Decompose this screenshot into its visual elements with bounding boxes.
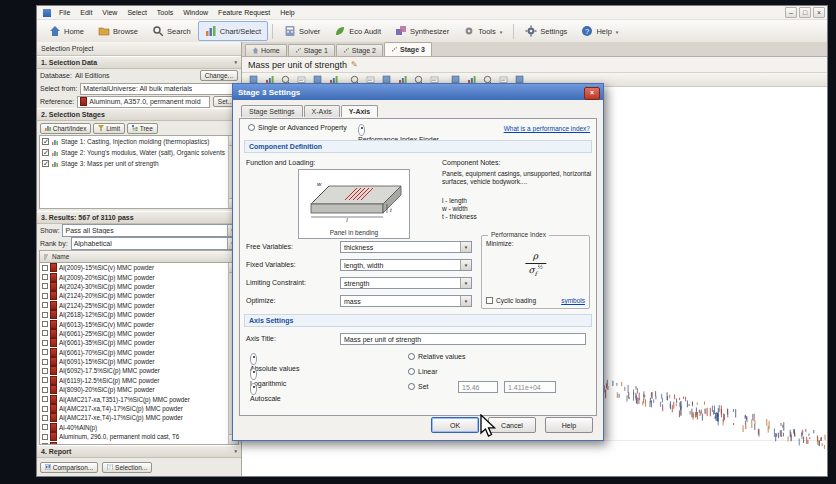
chevron-down-icon[interactable]: ▼: [460, 242, 471, 252]
material-checkbox[interactable]: [42, 283, 48, 289]
material-checkbox[interactable]: [42, 265, 48, 271]
tab-stage-2[interactable]: Stage 2: [336, 44, 383, 56]
chevron-down-icon[interactable]: ▼: [460, 278, 471, 288]
list-item[interactable]: Al(AMC217-xe,T4)-17%SiC(p) MMC powder: [40, 413, 229, 422]
stage-row-2[interactable]: Stage 2: Young's modulus, Water (salt), …: [40, 147, 238, 158]
toolbar-settings[interactable]: Settings: [518, 21, 574, 41]
material-checkbox[interactable]: [42, 387, 48, 393]
section-selection-stages[interactable]: 2. Selection Stages: [37, 108, 241, 121]
show-dropdown[interactable]: Pass all Stages▼: [62, 224, 238, 237]
single-property-radio[interactable]: Single or Advanced Property: [248, 124, 347, 131]
symbols-link[interactable]: symbols: [561, 297, 585, 304]
toolbar-home[interactable]: Home: [42, 21, 91, 41]
tab-stage-3[interactable]: Stage 3: [384, 42, 432, 56]
limiting-constraint-dropdown[interactable]: strength▼: [340, 277, 472, 289]
material-checkbox[interactable]: [42, 396, 48, 402]
list-item[interactable]: Al(6091)-15%SiC(p) MMC powder: [40, 357, 229, 366]
list-item[interactable]: Al(AMC217-xa,T4)-17%SiC(p) MMC powder: [40, 404, 229, 413]
tab-stage-settings[interactable]: Stage Settings: [241, 105, 303, 117]
relative-values-radio[interactable]: Relative values: [408, 353, 465, 360]
section-selection-data[interactable]: 1. Selection Data: [37, 56, 241, 69]
list-item[interactable]: Al(2618)-12%SiC(p) MMC powder: [40, 310, 229, 319]
toolbar-solver[interactable]: Solver: [277, 21, 327, 41]
list-item[interactable]: Aluminum, 319.0, permanent mold cast, T6: [40, 441, 229, 444]
linear-radio[interactable]: Linear: [408, 368, 437, 375]
close-icon[interactable]: ×: [813, 7, 825, 18]
list-item[interactable]: Al(2124)-20%SiC(p) MMC powder: [40, 291, 229, 300]
optimize-dropdown[interactable]: mass▼: [340, 295, 472, 307]
list-item[interactable]: Al(2124)-25%SiC(p) MMC powder: [40, 301, 229, 310]
material-checkbox[interactable]: [42, 443, 48, 444]
menu-select[interactable]: Select: [122, 8, 151, 17]
stage-checkbox[interactable]: [42, 149, 49, 156]
material-checkbox[interactable]: [42, 330, 48, 336]
comparison-button[interactable]: Comparison...: [40, 462, 98, 473]
material-checkbox[interactable]: [42, 377, 48, 383]
cancel-button[interactable]: Cancel: [488, 417, 536, 433]
menu-file[interactable]: File: [54, 8, 75, 17]
menu-tools[interactable]: Tools: [152, 8, 178, 17]
menu-edit[interactable]: Edit: [75, 8, 97, 17]
limit-button[interactable]: Limit: [93, 123, 125, 134]
material-checkbox[interactable]: [42, 359, 48, 365]
ok-button[interactable]: OK: [431, 417, 479, 433]
edit-title-icon[interactable]: ✎: [351, 60, 358, 69]
toolbar-browse[interactable]: Browse: [91, 21, 145, 41]
dialog-title-bar[interactable]: Stage 3 Settings ×: [233, 84, 603, 100]
tab-x-axis[interactable]: X-Axis: [304, 105, 340, 117]
material-checkbox[interactable]: [42, 424, 48, 430]
menu-window[interactable]: Window: [178, 8, 213, 17]
axis-title-input[interactable]: Mass per unit of strength: [340, 333, 586, 345]
change-database-button[interactable]: Change...: [200, 70, 238, 81]
menu-feature-request[interactable]: Feature Request: [213, 8, 275, 17]
material-checkbox[interactable]: [42, 368, 48, 374]
section-report[interactable]: 4. Report: [37, 445, 241, 458]
performance-index-help-link[interactable]: What is a performance index?: [504, 125, 590, 132]
list-item[interactable]: Al(6061)-25%SiC(p) MMC powder: [40, 329, 229, 338]
tree-button[interactable]: Tree: [127, 123, 158, 134]
toolbar-tools[interactable]: Tools: [456, 21, 509, 41]
autoscale-radio[interactable]: Autoscale: [250, 383, 281, 402]
tab-y-axis[interactable]: Y-Axis: [341, 105, 378, 117]
section-results[interactable]: 3. Results: 567 of 3110 pass: [37, 211, 241, 224]
rank-by-dropdown[interactable]: Alphabetical▼: [71, 237, 238, 250]
close-icon[interactable]: ×: [584, 87, 600, 100]
toolbar-chart-select[interactable]: Chart/Select: [198, 21, 268, 41]
material-checkbox[interactable]: [42, 340, 48, 346]
tab-stage-1[interactable]: Stage 1: [288, 44, 335, 56]
list-item[interactable]: Al(6092)-17.5%SiC(p) MMC powder: [40, 366, 229, 375]
select-from-value[interactable]: MaterialUniverse: All bulk materials: [80, 83, 238, 95]
list-item[interactable]: Al-40%AlN(p): [40, 423, 229, 432]
list-item[interactable]: Al(AMC217-xa,T351)-17%SiC(p) MMC powder: [40, 394, 229, 403]
list-item[interactable]: Al(2009)-15%SiC(v) MMC powder: [40, 263, 229, 272]
list-item[interactable]: Al(6061)-35%SiC(p) MMC powder: [40, 338, 229, 347]
material-checkbox[interactable]: [42, 349, 48, 355]
chevron-down-icon[interactable]: ▼: [460, 260, 471, 270]
help-button[interactable]: Help: [545, 417, 593, 433]
stage-checkbox[interactable]: [42, 160, 49, 167]
restore-icon[interactable]: □: [799, 7, 811, 18]
cyclic-loading-checkbox[interactable]: Cyclic loading: [486, 297, 536, 304]
list-item[interactable]: Aluminum, 296.0, permanent mold cast, T6: [40, 432, 229, 441]
material-checkbox[interactable]: [42, 293, 48, 299]
list-item[interactable]: Al(2009)-20%SiC(p) MMC powder: [40, 272, 229, 281]
selection-report-button[interactable]: Selection...: [102, 462, 152, 473]
menu-view[interactable]: View: [97, 8, 122, 17]
chevron-down-icon[interactable]: ▼: [460, 296, 471, 306]
list-item[interactable]: Al(6013)-15%SiC(v) MMC powder: [40, 319, 229, 328]
set-range-radio[interactable]: Set: [408, 383, 429, 390]
material-checkbox[interactable]: [42, 274, 48, 280]
tab-home[interactable]: Home: [245, 44, 287, 56]
reference-value[interactable]: Aluminum, A357.0, permanent mold: [77, 96, 210, 108]
fixed-variables-dropdown[interactable]: length, width▼: [340, 259, 472, 271]
toolbar-help[interactable]: ? Help: [574, 21, 625, 41]
material-checkbox[interactable]: [42, 434, 48, 440]
stage-checkbox[interactable]: [42, 138, 49, 145]
material-checkbox[interactable]: [42, 312, 48, 318]
chart-index-button[interactable]: Chart/Index: [40, 123, 91, 134]
toolbar-synthesizer[interactable]: Synthesizer: [388, 21, 456, 41]
list-item[interactable]: Al(2024)-30%SiC(p) MMC powder: [40, 282, 229, 291]
free-variables-dropdown[interactable]: thickness▼: [340, 241, 472, 253]
list-item[interactable]: Al(8090)-20%SiC(p) MMC powder: [40, 385, 229, 394]
toolbar-search[interactable]: Search: [145, 21, 198, 41]
